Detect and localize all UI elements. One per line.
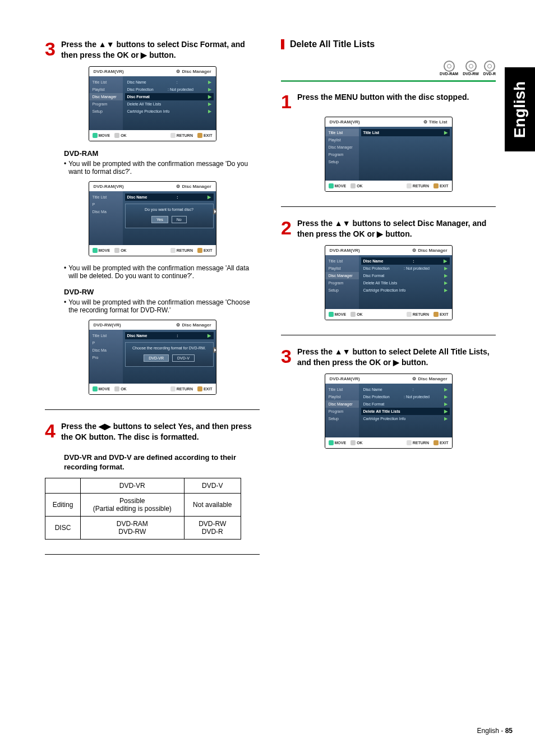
dialog-dvdv-button: DVD-V (172, 354, 195, 362)
osd-row-val: : (177, 334, 178, 338)
right-column: Delete All Title Lists DVD-RAM DVD-RW DV… (281, 39, 513, 566)
footer-btn: RETURN (413, 312, 429, 316)
sidebar-item: Disc Manager (89, 93, 123, 100)
arrow-icon: ▶ (444, 280, 448, 285)
step-4-left: 4 Press the ◀▶ buttons to select Yes, an… (45, 421, 260, 442)
arrow-icon: ▶ (208, 80, 211, 85)
arrow-icon: ▶ (207, 333, 211, 338)
sidebar-item: Playlist (325, 265, 359, 272)
osd-footer: MOVE OK RETURN EXIT (89, 130, 216, 141)
step-number: 4 (45, 421, 56, 442)
sidebar-item: Setup (89, 108, 123, 115)
divider (281, 335, 496, 335)
osd-disc-manager: DVD-RAM(VR) Disc Manager Title List Play… (325, 245, 453, 320)
arrow-icon: ▶ (208, 109, 211, 114)
sidebar-item: Title List (89, 193, 123, 201)
sidebar-item: Program (89, 100, 123, 108)
osd-row-label: Title List (363, 131, 380, 135)
osd-row-label: Disc Name (363, 259, 384, 263)
footer-btn: OK (357, 184, 363, 188)
footer-btn: RETURN (177, 248, 193, 252)
step-1-right: 1 Press the MENU button with the disc st… (281, 92, 496, 111)
osd-sidebar: Title List Playlist Disc Manager Program… (89, 76, 123, 130)
osd-sidebar: Title List Playlist Disc Manager Program… (325, 255, 359, 309)
step-text: Press the ▲▼ button to select Delete All… (297, 347, 496, 368)
footer-btn: RETURN (413, 441, 429, 445)
sidebar-item: Pro (89, 354, 123, 361)
disc-badge: DVD-R (483, 61, 496, 76)
osd-footer: MOVE OK RETURN EXIT (89, 384, 216, 394)
footer-btn: RETURN (177, 387, 193, 391)
osd-row-label: Cartridge Protection Info (127, 109, 170, 113)
sidebar-item: Playlist (325, 136, 359, 144)
arrow-icon: ▶ (444, 273, 448, 278)
osd-row-label: Cartridge Protection Info (363, 288, 406, 292)
sidebar-item: Disc Manager (325, 400, 359, 408)
page-footer: English - 85 (477, 727, 513, 735)
sidebar-item: Title List (325, 129, 359, 136)
language-tab: English (505, 67, 535, 151)
arrow-icon: ▶ (207, 195, 211, 200)
osd-row-val: : Not protected (404, 395, 430, 399)
osd-dialog: ▶ Choose the recording format for DVD-RW… (125, 342, 214, 367)
bullet-text: You will be prompted with the confirmati… (64, 160, 260, 176)
dialog-no-button: No (172, 216, 187, 223)
dialog-text: Choose the recording format for DVD-RW. (128, 346, 211, 350)
bullet-text: You will be prompted with the confirmati… (64, 298, 260, 314)
osd-choose-format: DVD-RW(VR) Disc Manager Title List P Dis… (89, 320, 216, 395)
disc-badges: DVD-RAM DVD-RW DVD-R (281, 61, 496, 76)
table-cell: DVD-VR (81, 478, 184, 493)
disc-badge: DVD-RW (463, 61, 479, 76)
step-text: Press the MENU button with the disc stop… (297, 92, 469, 111)
osd-row-val: : (413, 259, 414, 263)
footer-btn: MOVE (99, 248, 110, 252)
osd-title-list: DVD-RAM(VR) Title List Title List Playli… (325, 117, 453, 192)
footer-btn: EXIT (204, 387, 213, 391)
arrow-icon: ▶ (444, 402, 448, 407)
sidebar-item: Program (325, 279, 359, 287)
osd-row-label: Delete All Title Lists (363, 281, 398, 285)
page-number: 85 (505, 727, 513, 735)
dialog-text: Do you want to format disc? (128, 208, 211, 211)
sidebar-item: Playlist (325, 393, 359, 400)
table-cell: DVD-RAM DVD-RW (81, 516, 184, 539)
section-title: Delete All Title Lists (281, 39, 496, 49)
osd-header: Disc Manager (176, 69, 211, 74)
sidebar-item: Program (325, 151, 359, 158)
table-cell: Possible (Partial editing is possible) (81, 493, 184, 516)
osd-content: Disc Name:▶ Disc Protection: Not protect… (123, 76, 216, 130)
footer-btn: MOVE (335, 312, 347, 316)
osd-footer: MOVE OK RETURN EXIT (325, 437, 452, 448)
step-number: 2 (281, 218, 292, 239)
divider (45, 409, 260, 410)
divider (45, 554, 260, 555)
step-3-left: 3 Press the ▲▼ buttons to select Disc Fo… (45, 39, 260, 61)
osd-sidebar: Title List P Disc Ma (89, 191, 123, 245)
sidebar-item: Title List (325, 257, 359, 265)
side-arrow-icon: ▶ (213, 209, 216, 214)
footer-lang: English - (477, 727, 505, 735)
osd-sidebar: Title List P Disc Ma Pro (89, 330, 123, 384)
sidebar-item: Playlist (89, 86, 123, 93)
side-arrow-icon: ▶ (213, 347, 216, 353)
sidebar-item: Setup (325, 287, 359, 294)
osd-row-label: Disc Name (127, 80, 146, 84)
osd-row-label: Disc Name (363, 388, 382, 391)
footer-btn: MOVE (335, 184, 347, 188)
sidebar-item: Title List (325, 386, 359, 393)
osd-disc-manager-format: DVD-RAM(VR) Disc Manager Title List Play… (89, 66, 216, 141)
osd-mode: DVD-RAM(VR) (330, 248, 360, 253)
sidebar-item: Disc Manager (325, 272, 359, 279)
footer-btn: OK (121, 387, 127, 391)
table-cell: DVD-V (184, 478, 241, 493)
osd-sidebar: Title List Playlist Disc Manager Program… (325, 127, 359, 181)
osd-footer: MOVE OK RETURN EXIT (325, 181, 452, 191)
osd-mode: DVD-RAM(VR) (94, 69, 124, 74)
osd-content: Title List▶ (359, 127, 452, 181)
osd-mode: DVD-RAM(VR) (330, 376, 360, 381)
osd-header: Disc Manager (176, 184, 211, 189)
arrow-icon: ▶ (444, 416, 448, 421)
sidebar-item: Disc Ma (89, 347, 123, 354)
arrow-icon: ▶ (444, 259, 447, 264)
divider (281, 206, 496, 207)
